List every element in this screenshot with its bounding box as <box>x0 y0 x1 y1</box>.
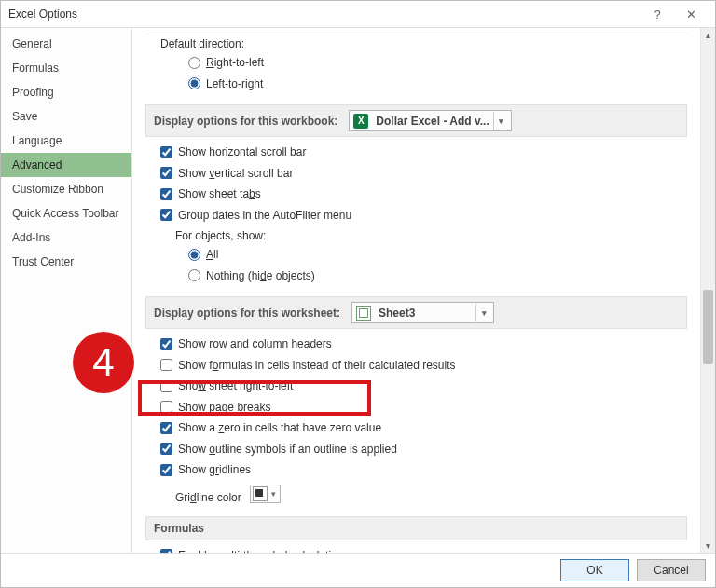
chevron-down-icon: ▾ <box>493 112 509 130</box>
chevron-down-icon: ▾ <box>475 304 491 321</box>
radio-rtl[interactable] <box>188 57 200 69</box>
radio-objects-nothing[interactable] <box>188 269 200 281</box>
worksheet-dropdown[interactable]: Sheet3 ▾ <box>351 302 494 323</box>
radio-objects-nothing-label: Nothing (hide objects) <box>206 269 315 282</box>
chk-sheet-tabs-label: Show sheet tabs <box>178 187 261 200</box>
sidebar-item-advanced[interactable]: Advanced <box>1 153 131 177</box>
scroll-up-icon[interactable]: ▴ <box>701 28 715 42</box>
chk-vscroll[interactable] <box>160 167 172 179</box>
sidebar-item-save[interactable]: Save <box>1 104 131 129</box>
sidebar-item-language[interactable]: Language <box>1 129 131 153</box>
sidebar-item-quick-access-toolbar[interactable]: Quick Access Toolbar <box>1 201 131 226</box>
scroll-down-icon[interactable]: ▾ <box>701 539 715 553</box>
worksheet-section-header: Display options for this worksheet: Shee… <box>145 296 687 329</box>
chk-multi-threaded[interactable] <box>160 549 172 553</box>
chk-outline-symbols-label: Show outline symbols if an outline is ap… <box>178 443 397 456</box>
worksheet-dropdown-value: Sheet3 <box>375 307 475 320</box>
chk-row-col-headers[interactable] <box>160 338 172 350</box>
sidebar-item-general[interactable]: General <box>1 32 131 56</box>
close-icon[interactable]: ✕ <box>674 1 708 27</box>
chk-row-col-headers-label: Show row and column headers <box>178 337 332 350</box>
chk-show-formulas-label: Show formulas in cells instead of their … <box>178 359 456 372</box>
formulas-section-header: Formulas <box>145 516 687 540</box>
gridline-color-picker[interactable]: ▾ <box>250 485 281 503</box>
content-pane: Default direction: Right-to-left Left-to… <box>132 28 700 553</box>
chk-multi-threaded-label: Enable multi-threaded calculation <box>178 549 343 554</box>
help-icon[interactable]: ? <box>640 1 674 27</box>
chk-group-dates[interactable] <box>160 209 172 221</box>
ok-button[interactable]: OK <box>560 559 629 581</box>
for-objects-label: For objects, show: <box>145 226 687 245</box>
chk-sheet-rtl[interactable] <box>160 380 172 392</box>
sidebar: General Formulas Proofing Save Language … <box>1 28 132 553</box>
workbook-dropdown[interactable]: X Dollar Excel - Add v... ▾ <box>349 110 511 131</box>
sidebar-item-formulas[interactable]: Formulas <box>1 56 131 80</box>
chk-outline-symbols[interactable] <box>160 443 172 455</box>
excel-options-dialog: Excel Options ? ✕ General Formulas Proof… <box>0 0 716 588</box>
chk-sheet-tabs[interactable] <box>160 188 172 200</box>
chk-sheet-rtl-label: Show sheet right-to-left <box>178 379 293 392</box>
excel-icon: X <box>353 114 368 129</box>
chk-hscroll-label: Show horizontal scroll bar <box>178 145 306 158</box>
chk-show-formulas[interactable] <box>160 359 172 371</box>
sidebar-item-trust-center[interactable]: Trust Center <box>1 250 131 274</box>
workbook-section-label: Display options for this workbook: <box>154 115 337 128</box>
sidebar-item-customize-ribbon[interactable]: Customize Ribbon <box>1 177 131 201</box>
worksheet-section-label: Display options for this worksheet: <box>154 307 340 320</box>
chk-zero-values-label: Show a zero in cells that have zero valu… <box>178 421 381 434</box>
radio-ltr[interactable] <box>188 77 200 89</box>
sheet-icon <box>356 306 371 321</box>
chk-group-dates-label: Group dates in the AutoFilter menu <box>178 209 351 222</box>
color-swatch-icon <box>253 486 268 501</box>
chk-gridlines[interactable] <box>160 464 172 476</box>
gridline-color-label: Gridline color <box>175 491 241 504</box>
scrollbar-thumb[interactable] <box>703 290 713 364</box>
radio-rtl-label: Right-to-left <box>206 56 264 69</box>
chk-page-breaks-label: Show page breaks <box>178 401 270 414</box>
footer: OK Cancel <box>1 553 715 587</box>
chk-page-breaks[interactable] <box>160 401 172 413</box>
chk-hscroll[interactable] <box>160 146 172 158</box>
workbook-dropdown-value: Dollar Excel - Add v... <box>372 115 492 128</box>
cancel-button[interactable]: Cancel <box>637 559 706 581</box>
workbook-section-header: Display options for this workbook: X Dol… <box>145 104 687 137</box>
sidebar-item-proofing[interactable]: Proofing <box>1 80 131 104</box>
chk-gridlines-label: Show gridlines <box>178 463 251 476</box>
chevron-down-icon: ▾ <box>269 489 278 499</box>
radio-objects-all[interactable] <box>188 249 200 261</box>
dialog-title: Excel Options <box>8 7 77 21</box>
sidebar-item-add-ins[interactable]: Add-Ins <box>1 226 131 250</box>
radio-ltr-label: Left-to-right <box>206 77 263 90</box>
default-direction-label: Default direction: <box>145 34 687 53</box>
chk-vscroll-label: Show vertical scroll bar <box>178 167 293 180</box>
chk-zero-values[interactable] <box>160 422 172 434</box>
radio-objects-all-label: All <box>206 248 218 261</box>
titlebar: Excel Options ? ✕ <box>1 1 715 28</box>
formulas-section-label: Formulas <box>154 522 204 535</box>
vertical-scrollbar[interactable]: ▴ ▾ <box>700 28 715 553</box>
